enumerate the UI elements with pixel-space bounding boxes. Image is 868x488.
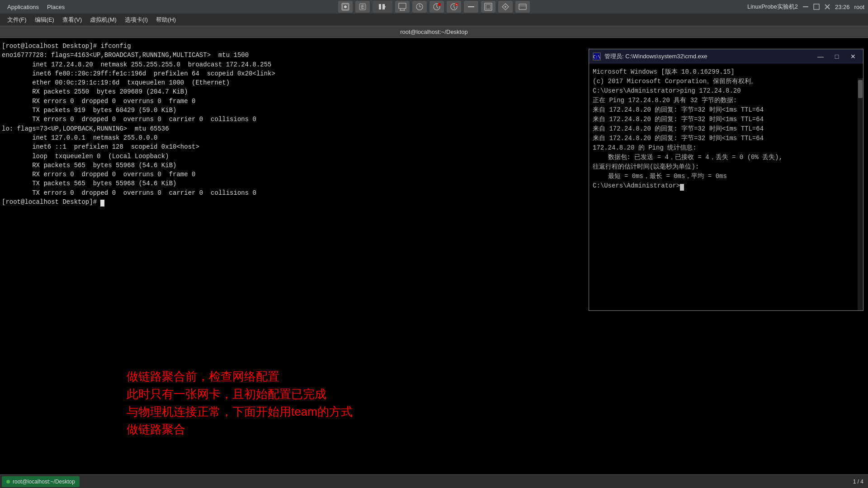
cmd-icon: C:\ <box>593 52 601 61</box>
vm-icon-clock1[interactable] <box>412 1 427 13</box>
vm-icon-1[interactable] <box>338 1 353 13</box>
cmd-line-5: 正在 Ping 172.24.8.20 具有 32 字节的数据: <box>593 96 859 105</box>
svg-rect-6 <box>382 4 385 9</box>
cmd-line-3: C:\Users\Administrator>ping 172.24.8.20 <box>593 86 859 96</box>
cmd-line-11: 172.24.8.20 的 Ping 统计信息: <box>593 143 859 153</box>
svg-point-18 <box>438 3 441 6</box>
svg-point-2 <box>344 5 347 8</box>
vm-icon-minimize[interactable] <box>464 1 478 13</box>
cmd-line-12: 数据包: 已发送 = 4，已接收 = 4，丢失 = 0 (0% 丢失), <box>593 153 859 162</box>
minimize-icon[interactable] <box>802 4 809 10</box>
close-icon[interactable] <box>824 4 830 10</box>
menu-view[interactable]: 查看(V) <box>59 15 85 25</box>
vm-icon-2[interactable]: E <box>355 1 370 13</box>
cmd-window: C:\ 管理员: C:\Windows\system32\cmd.exe — □… <box>589 49 863 311</box>
clock-display: 23:26 <box>835 4 850 10</box>
cmd-title-text: 管理员: C:\Windows\system32\cmd.exe <box>604 52 811 61</box>
svg-rect-25 <box>485 3 492 10</box>
vm-icon-3[interactable] <box>395 1 410 13</box>
vm-icon-clock3[interactable] <box>447 1 461 13</box>
terminal-title: root@localhost:~/Desktop <box>400 28 467 35</box>
svg-rect-8 <box>399 3 406 9</box>
cmd-line-1: (c) 2017 Microsoft Corporation。保留所有权利。 <box>593 77 859 86</box>
svg-line-21 <box>454 7 455 9</box>
top-bar-icons: E <box>338 1 530 13</box>
cmd-line-9: 来自 172.24.8.20 的回复: 字节=32 时间<1ms TTL=64 <box>593 134 859 143</box>
annotation-line-2: 此时只有一张网卡，且初始配置已完成 <box>127 385 353 403</box>
cmd-line-16: C:\Users\Administrator> <box>593 181 859 191</box>
taskbar-pager: 1 / 4 <box>853 479 863 485</box>
cmd-line-8: 来自 172.24.8.20 的回复: 字节=32 时间<1ms TTL=64 <box>593 124 859 134</box>
vm-icon-fullscreen[interactable] <box>481 1 495 13</box>
svg-rect-26 <box>486 5 491 9</box>
taskbar-label: root@localhost:~/Desktop <box>13 479 75 485</box>
top-bar-right: LinuxProbe实验机2 23:26 root <box>747 3 864 11</box>
menu-vm[interactable]: 虚拟机(M) <box>86 15 120 25</box>
cmd-minimize-button[interactable]: — <box>814 52 827 61</box>
menu-help[interactable]: 帮助(H) <box>152 15 179 25</box>
cmd-line-6: 来自 172.24.8.20 的回复: 字节=32 时间<1ms TTL=64 <box>593 105 859 115</box>
top-bar-left: Applications Places <box>4 3 68 11</box>
svg-rect-29 <box>519 4 526 9</box>
cmd-cursor <box>680 184 684 191</box>
annotation-line-1: 做链路聚合前，检查网络配置 <box>127 368 353 385</box>
cmd-line-0: Microsoft Windows [版本 10.0.16299.15] <box>593 67 859 77</box>
cmd-output[interactable]: Microsoft Windows [版本 10.0.16299.15](c) … <box>589 64 863 310</box>
cmd-close-button[interactable]: ✕ <box>847 52 859 61</box>
top-system-bar: Applications Places E <box>0 0 868 14</box>
annotation-line-3: 与物理机连接正常，下面开始用team的方式 <box>127 403 353 421</box>
svg-text:E: E <box>361 5 364 9</box>
svg-line-17 <box>437 7 438 8</box>
terminal-cursor <box>100 200 104 206</box>
svg-text:C:\: C:\ <box>593 55 600 59</box>
user-display: root <box>854 4 864 10</box>
cmd-line-7: 来自 172.24.8.20 的回复: 字节=32 时间<1ms TTL=64 <box>593 115 859 124</box>
terminal-title-bar: root@localhost:~/Desktop <box>0 26 868 38</box>
cmd-lines: Microsoft Windows [版本 10.0.16299.15](c) … <box>593 67 859 191</box>
vm-label: LinuxProbe实验机2 <box>747 3 798 11</box>
places-menu[interactable]: Places <box>43 3 68 11</box>
cmd-line-13: 往返行程的估计时间(以毫秒为单位): <box>593 162 859 172</box>
annotation-box: 做链路聚合前，检查网络配置 此时只有一张网卡，且初始配置已完成 与物理机连接正常… <box>127 368 353 438</box>
vm-icon-5[interactable] <box>498 1 513 13</box>
menu-tab[interactable]: 选项卡(I) <box>121 15 151 25</box>
maximize-icon[interactable] <box>813 4 820 10</box>
vm-icon-pause[interactable] <box>373 1 392 13</box>
menu-file[interactable]: 文件(F) <box>4 15 30 25</box>
vm-icon-6[interactable] <box>515 1 530 13</box>
terminal-menu-bar: 文件(F) 编辑(E) 查看(V) 虚拟机(M) 选项卡(I) 帮助(H) <box>0 14 868 26</box>
svg-rect-31 <box>803 6 808 7</box>
svg-marker-7 <box>385 5 386 8</box>
cmd-scroll-thumb[interactable] <box>858 80 863 98</box>
menu-edit[interactable]: 编辑(E) <box>31 15 58 25</box>
cmd-line-14: 最短 = 0ms，最长 = 0ms，平均 = 0ms <box>593 172 859 181</box>
applications-menu[interactable]: Applications <box>4 3 42 11</box>
taskbar: root@localhost:~/Desktop 1 / 4 <box>0 474 868 488</box>
svg-rect-5 <box>379 4 381 9</box>
svg-rect-24 <box>468 6 474 7</box>
svg-rect-32 <box>814 4 819 9</box>
annotation-line-4: 做链路聚合 <box>127 421 353 438</box>
cmd-title-bar: C:\ 管理员: C:\Windows\system32\cmd.exe — □… <box>589 49 863 64</box>
taskbar-dot <box>6 480 10 483</box>
cmd-maximize-button[interactable]: □ <box>830 52 843 61</box>
svg-point-28 <box>505 6 506 8</box>
cmd-scrollbar[interactable] <box>858 78 863 310</box>
vm-icon-clock2[interactable] <box>429 1 444 13</box>
taskbar-terminal-item[interactable]: root@localhost:~/Desktop <box>2 476 80 487</box>
